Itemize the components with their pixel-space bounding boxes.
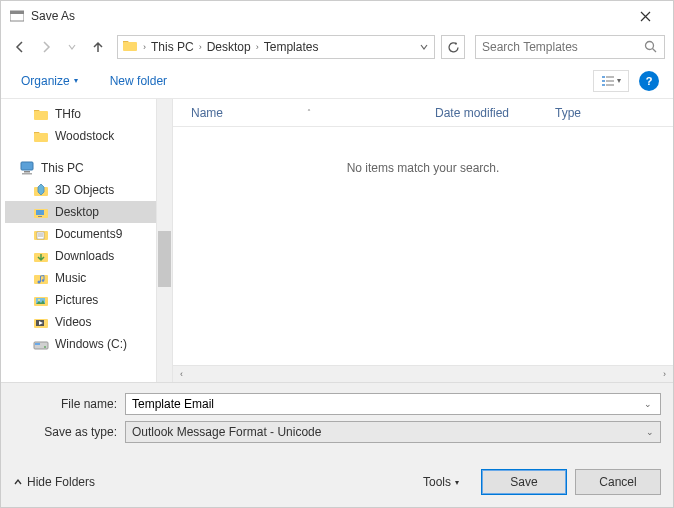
svg-point-26 [42, 279, 45, 282]
organize-button[interactable]: Organize▾ [15, 70, 84, 92]
breadcrumb-item[interactable]: This PC [147, 40, 198, 54]
cancel-button[interactable]: Cancel [575, 469, 661, 495]
nav-tree: THfoWoodstockThis PC3D ObjectsDesktopDoc… [1, 99, 156, 382]
chevron-down-icon: ▾ [617, 76, 621, 85]
tree-item-label: Music [55, 271, 86, 285]
column-type[interactable]: Type [545, 106, 591, 120]
tree-item[interactable]: Documents9 [5, 223, 156, 245]
filetype-select[interactable]: Outlook Message Format - Unicode ⌄ [125, 421, 661, 443]
window-title: Save As [31, 9, 625, 23]
file-list: Name˄ Date modified Type No items match … [173, 99, 673, 382]
tree-item[interactable]: Desktop [5, 201, 156, 223]
tree-item[interactable]: Downloads [5, 245, 156, 267]
filename-input[interactable] [132, 397, 642, 411]
app-icon [9, 8, 25, 24]
hide-folders-button[interactable]: Hide Folders [13, 475, 95, 489]
column-headers: Name˄ Date modified Type [173, 99, 673, 127]
breadcrumb-item[interactable]: Templates [260, 40, 323, 54]
tree-item[interactable]: Windows (C:) [5, 333, 156, 355]
tree-item[interactable]: Woodstock [5, 125, 156, 147]
titlebar: Save As [1, 1, 673, 31]
folder-icon [33, 128, 49, 144]
tree-scrollbar[interactable] [156, 99, 173, 382]
tree-item-label: Desktop [55, 205, 99, 219]
bottom-panel: File name: ⌄ Save as type: Outlook Messa… [1, 382, 673, 507]
tree-item-label: Windows (C:) [55, 337, 127, 351]
tree-item[interactable]: This PC [5, 157, 156, 179]
music-icon [33, 270, 49, 286]
scroll-left[interactable]: ‹ [173, 366, 190, 383]
tree-item[interactable]: THfo [5, 103, 156, 125]
pictures-icon [33, 292, 49, 308]
chevron-down-icon: ▾ [74, 76, 78, 85]
refresh-button[interactable] [441, 35, 465, 59]
desktop-icon [33, 204, 49, 220]
tree-item-label: Pictures [55, 293, 98, 307]
tools-button[interactable]: Tools▾ [423, 475, 459, 489]
svg-rect-7 [606, 80, 614, 82]
save-button[interactable]: Save [481, 469, 567, 495]
search-box[interactable] [475, 35, 665, 59]
svg-rect-11 [34, 133, 48, 142]
videos-icon [33, 314, 49, 330]
help-button[interactable]: ? [639, 71, 659, 91]
column-name[interactable]: Name˄ [173, 106, 425, 120]
svg-rect-4 [602, 76, 605, 78]
3d-icon [33, 182, 49, 198]
tree-item-label: Documents9 [55, 227, 122, 241]
svg-rect-6 [602, 80, 605, 82]
svg-rect-10 [34, 111, 48, 120]
svg-rect-17 [36, 210, 44, 215]
filename-label: File name: [13, 397, 125, 411]
tree-item[interactable]: 3D Objects [5, 179, 156, 201]
pc-icon [19, 160, 35, 176]
svg-rect-14 [22, 173, 32, 175]
new-folder-button[interactable]: New folder [104, 70, 173, 92]
tree-item[interactable]: Music [5, 267, 156, 289]
column-date[interactable]: Date modified [425, 106, 545, 120]
filetype-label: Save as type: [13, 425, 125, 439]
tree-item[interactable]: Pictures [5, 289, 156, 311]
tree-item-label: This PC [41, 161, 84, 175]
svg-rect-9 [606, 84, 614, 86]
scroll-right[interactable]: › [656, 366, 673, 383]
svg-rect-18 [38, 216, 42, 217]
tree-item[interactable]: Videos [5, 311, 156, 333]
address-bar[interactable]: › This PC › Desktop › Templates [117, 35, 435, 59]
svg-point-34 [44, 346, 46, 348]
toolbar: Organize▾ New folder ▾ ? [1, 63, 673, 99]
tree-item-label: Downloads [55, 249, 114, 263]
svg-point-3 [646, 42, 654, 50]
docs-icon [33, 226, 49, 242]
search-input[interactable] [482, 40, 644, 54]
search-icon [644, 40, 658, 54]
downloads-icon [33, 248, 49, 264]
filename-field[interactable]: ⌄ [125, 393, 661, 415]
svg-rect-1 [10, 11, 24, 14]
breadcrumb-item[interactable]: Desktop [203, 40, 255, 54]
view-button[interactable]: ▾ [593, 70, 629, 92]
forward-button[interactable] [35, 36, 57, 58]
svg-point-29 [38, 299, 40, 301]
chevron-down-icon[interactable]: ⌄ [642, 399, 654, 409]
recent-dropdown[interactable] [61, 36, 83, 58]
sort-indicator: ˄ [307, 108, 311, 117]
svg-rect-2 [123, 42, 137, 51]
back-button[interactable] [9, 36, 31, 58]
horizontal-scrollbar[interactable]: ‹ › [173, 365, 673, 382]
close-button[interactable] [625, 1, 665, 31]
scrollbar-thumb[interactable] [158, 231, 171, 287]
tree-item-label: THfo [55, 107, 81, 121]
folder-icon [122, 38, 140, 56]
svg-rect-20 [37, 232, 44, 239]
chevron-up-icon [13, 477, 23, 487]
address-dropdown[interactable] [416, 43, 432, 51]
empty-message: No items match your search. [173, 127, 673, 365]
up-button[interactable] [87, 36, 109, 58]
tree-item-label: Videos [55, 315, 91, 329]
main-area: THfoWoodstockThis PC3D ObjectsDesktopDoc… [1, 99, 673, 382]
chevron-down-icon: ▾ [455, 478, 459, 487]
svg-rect-33 [35, 343, 40, 345]
list-view-icon [601, 75, 615, 87]
tree-item-label: 3D Objects [55, 183, 114, 197]
